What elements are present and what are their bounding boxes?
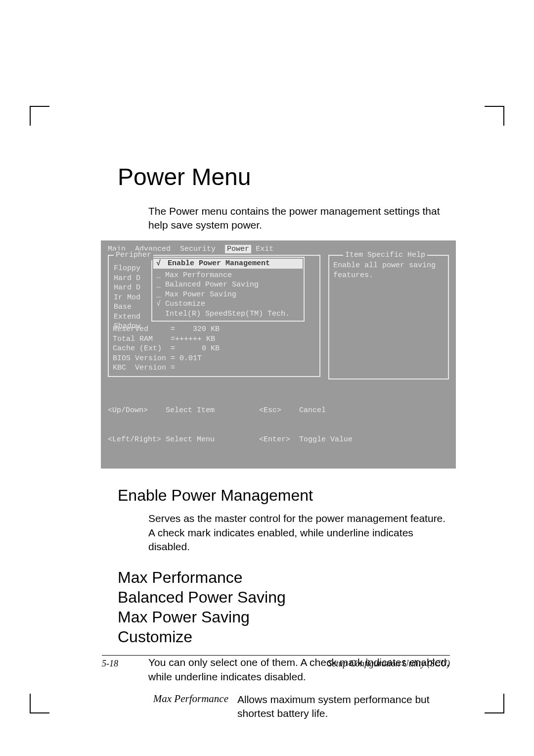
page-footer: 5-18 Setup Configuration Utility (SCU) (102, 655, 450, 669)
bios-popup-item-speedstep: Intel(R) SpeedStep(TM) Tech. (156, 309, 300, 319)
bios-help-body: Enable all power saving features. (333, 261, 444, 280)
bios-popup-title-row: √ Enable Power Management (153, 259, 303, 269)
bios-menu-exit: Exit (256, 245, 278, 253)
bios-reserved: Reserved = 320 KB (113, 325, 315, 334)
page-title: Power Menu (118, 163, 450, 190)
bios-peripheral-box: Peripher Floppy Hard D Hard D Ir Mod Bas… (108, 255, 320, 377)
bios-cache: Cache (Ext) = 0 KB (113, 344, 315, 354)
group-heading: Max Performance Balanced Power Saving Ma… (118, 567, 450, 647)
heading-balanced: Balanced Power Saving (118, 587, 450, 607)
bios-help-line1: Enable all power saving (333, 261, 444, 271)
definition-desc: Allows maximum system performance but sh… (237, 693, 450, 721)
bios-label-hardd2: Hard D (114, 283, 140, 293)
bios-help-label: Item Specific Help (343, 250, 427, 260)
bios-left-panel: Peripher Floppy Hard D Hard D Ir Mod Bas… (108, 254, 320, 379)
bios-menu-power: Power (225, 245, 251, 253)
document-title: Setup Configuration Utility (SCU) (328, 659, 450, 669)
bios-help-panel: Item Specific Help Enable all power savi… (320, 254, 449, 379)
content-area: Power Menu The Power menu contains the p… (118, 163, 450, 721)
bios-left-labels: Floppy Hard D Hard D Ir Mod Base Extend … (114, 264, 140, 331)
bios-help-box: Item Specific Help Enable all power savi… (328, 255, 449, 379)
bios-label-shadow: Shadow (114, 322, 140, 331)
bios-power-popup: √ Enable Power Management _ Max Performa… (151, 257, 305, 322)
bios-label-floppy: Floppy (114, 264, 140, 274)
heading-max-performance: Max Performance (118, 567, 450, 587)
bios-popup-item-customize: √ Customize (156, 299, 300, 309)
definition-row: Max Performance Allows maximum system pe… (148, 693, 450, 721)
check-icon: √ (156, 259, 163, 269)
bios-footer-line2: <Left/Right> Select Menu <Enter> Toggle … (108, 435, 449, 445)
bios-peripheral-label: Peripher (114, 250, 153, 260)
bios-label-irmod: Ir Mod (114, 293, 140, 303)
bios-popup-item-maxperf: _ Max Performance (156, 271, 300, 281)
crop-mark-bottom-left (30, 694, 49, 713)
heading-max-saving: Max Power Saving (118, 607, 450, 627)
crop-mark-top-right (485, 106, 504, 126)
bios-totalram: Total RAM =++++++ KB (113, 334, 315, 344)
crop-mark-top-left (30, 106, 49, 126)
bios-popup-title: Enable Power Management (168, 259, 270, 268)
definition-term: Max Performance (148, 693, 237, 721)
crop-mark-bottom-right (485, 694, 504, 713)
bios-popup-item-balanced: _ Balanced Power Saving (156, 280, 300, 290)
section-heading-enable: Enable Power Management (118, 486, 450, 505)
bios-popup-body: _ Max Performance _ Balanced Power Savin… (152, 270, 304, 321)
page-number: 5-18 (102, 659, 118, 669)
section-body-enable: Serves as the master control for the pow… (148, 512, 450, 554)
bios-label-hardd1: Hard D (114, 274, 140, 284)
intro-paragraph: The Power menu contains the power manage… (148, 204, 450, 233)
bios-footer-line1: <Up/Down> Select Item <Esc> Cancel (108, 406, 449, 416)
bios-screenshot: Main Advanced Security Power Exit Periph… (101, 240, 456, 469)
bios-biosversion: BIOS Version = 0.01T (113, 354, 315, 364)
bios-label-base: Base (114, 302, 140, 312)
bios-popup-item-maxsave: _ Max Power Saving (156, 290, 300, 300)
heading-customize: Customize (118, 627, 450, 647)
page: Power Menu The Power menu contains the p… (0, 0, 534, 756)
bios-help-line2: features. (333, 271, 444, 281)
bios-menu-security: Security (180, 245, 221, 253)
bios-info-lines: Reserved = 320 KB Total RAM =++++++ KB C… (113, 325, 315, 373)
bios-kbcversion: KBC Version = (113, 363, 315, 373)
bios-label-extend: Extend (114, 312, 140, 322)
bios-footer: <Up/Down> Select Item <Esc> Cancel <Left… (108, 386, 449, 464)
